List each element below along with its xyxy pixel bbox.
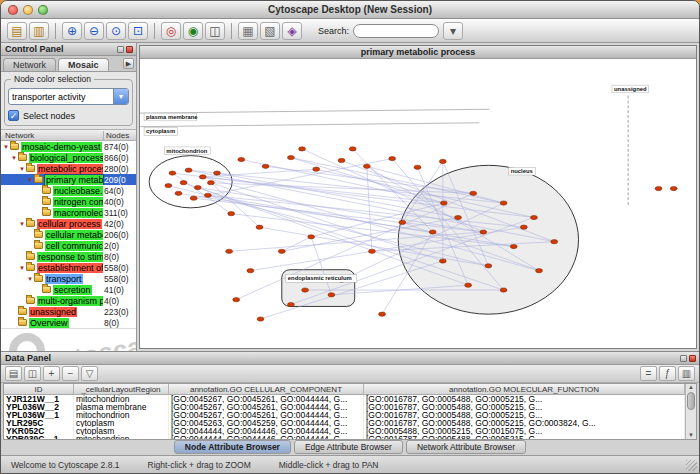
vizmapper-icon[interactable]: ◈: [282, 22, 302, 40]
create-view-icon[interactable]: ◉: [183, 22, 203, 40]
table-cell[interactable]: plasma membrane: [74, 403, 169, 411]
network-node[interactable]: [455, 215, 462, 219]
network-node[interactable]: [226, 249, 233, 253]
network-node[interactable]: [175, 191, 182, 195]
network-node[interactable]: [199, 175, 206, 179]
network-node[interactable]: [439, 159, 446, 163]
zoom-selected-icon[interactable]: ⊙: [106, 22, 126, 40]
network-node[interactable]: [328, 293, 335, 297]
network-node[interactable]: [520, 225, 527, 229]
duplicate-network-icon[interactable]: ◫: [205, 22, 225, 40]
copy-attributes-icon[interactable]: ◫: [24, 366, 41, 381]
tree-item[interactable]: ▼mosaic-demo-yeast874(0): [1, 141, 136, 152]
twisty-icon[interactable]: ▼: [18, 263, 26, 273]
network-node[interactable]: [440, 201, 447, 205]
network-node[interactable]: [349, 147, 356, 151]
table-cell[interactable]: cytoplasm: [74, 427, 169, 435]
destroy-network-icon[interactable]: ◎: [161, 22, 181, 40]
tree-header-nodes[interactable]: Nodes: [103, 131, 136, 140]
network-node[interactable]: [190, 196, 197, 200]
scroll-thumb[interactable]: [687, 392, 695, 410]
network-node[interactable]: [655, 186, 662, 190]
twisty-icon[interactable]: ▼: [2, 142, 10, 152]
tree-item[interactable]: response to stimul...8(0): [1, 251, 136, 262]
layout-icon[interactable]: ▧: [260, 22, 280, 40]
tab-node-attribute-browser[interactable]: Node Attribute Browser: [174, 440, 291, 454]
network-node[interactable]: [480, 230, 487, 234]
table-row[interactable]: YJR121W__1mitochondrion[GO:0045267, GO:0…: [4, 395, 685, 403]
table-cell[interactable]: [GO:0045267, GO:0045261, GO:0044444, G..…: [169, 411, 364, 419]
network-node[interactable]: [500, 288, 507, 292]
network-node[interactable]: [536, 269, 543, 273]
table-row[interactable]: YKR052Ccytoplasm[GO:0044444, GO:0044446,…: [4, 427, 685, 435]
table-row[interactable]: YDR039C__1mitochondrion[GO:0044444, GO:0…: [4, 435, 685, 440]
table-cell[interactable]: [GO:0016787, GO:0005488, GO:0005215, G..…: [364, 411, 685, 419]
network-node[interactable]: [510, 244, 517, 248]
node-color-dropdown[interactable]: transporter activity ▼: [8, 88, 129, 105]
float-panel-icon[interactable]: [117, 46, 124, 53]
network-window-titlebar[interactable]: primary metabolic process: [140, 46, 696, 59]
search-input[interactable]: [353, 24, 439, 38]
tree-item[interactable]: ▼establishment of lo...558(0): [1, 262, 136, 273]
network-node[interactable]: [670, 186, 677, 190]
table-cell[interactable]: mitochondrion: [74, 411, 169, 419]
resize-grip[interactable]: [686, 460, 697, 471]
table-cell[interactable]: YPL036W__2: [4, 403, 74, 411]
import-network-icon[interactable]: ▦: [238, 22, 258, 40]
tree-item[interactable]: multi-organism pro...4(0): [1, 295, 136, 306]
tree-item[interactable]: macromolecule...311(0): [1, 207, 136, 218]
table-cell[interactable]: [GO:0016787, GO:0005488, GO:0005215, GO:…: [364, 419, 685, 427]
save-session-icon[interactable]: ▥: [29, 22, 49, 40]
column-header[interactable]: ID: [4, 384, 74, 394]
tree-header-network[interactable]: Network: [1, 131, 103, 140]
network-node[interactable]: [257, 317, 264, 321]
table-row[interactable]: YLR295Ccytoplasm[GO:0045263, GO:0045259,…: [4, 419, 685, 427]
table-cell[interactable]: YKR052C: [4, 427, 74, 435]
network-node[interactable]: [368, 249, 375, 253]
network-node[interactable]: [429, 230, 436, 234]
twisty-icon[interactable]: ▼: [18, 164, 26, 174]
network-node[interactable]: [389, 156, 396, 160]
network-node[interactable]: [262, 164, 269, 168]
network-node[interactable]: [414, 165, 421, 169]
network-canvas[interactable]: plasma membranecytoplasmmitochondrionnuc…: [140, 59, 696, 348]
tab-scroll-right-icon[interactable]: ▶: [123, 58, 134, 69]
tree-item[interactable]: nucleobase...64(0): [1, 185, 136, 196]
close-data-panel-icon[interactable]: [689, 355, 696, 362]
network-node[interactable]: [500, 201, 507, 205]
column-header[interactable]: _cellularLayoutRegion: [74, 384, 169, 394]
zoom-in-icon[interactable]: ⊕: [62, 22, 82, 40]
twisty-icon[interactable]: ▼: [18, 219, 26, 229]
network-node[interactable]: [485, 264, 492, 268]
tree-item[interactable]: unassigned223(0): [1, 306, 136, 317]
table-cell[interactable]: mitochondrion: [74, 435, 169, 440]
network-node[interactable]: [228, 212, 235, 216]
function-builder-icon[interactable]: ƒ: [659, 366, 676, 381]
table-cell[interactable]: YLR295C: [4, 419, 74, 427]
table-row[interactable]: YPL036W__1mitochondrion[GO:0045267, GO:0…: [4, 411, 685, 419]
network-node[interactable]: [278, 249, 285, 253]
tree-item[interactable]: ▼cellular process42(0): [1, 218, 136, 229]
clear-attribute-icon[interactable]: ▽: [81, 366, 98, 381]
network-node[interactable]: [379, 312, 386, 316]
zoom-out-icon[interactable]: ⊖: [84, 22, 104, 40]
open-session-icon[interactable]: ▤: [7, 22, 27, 40]
network-node[interactable]: [180, 181, 187, 185]
column-header[interactable]: annotation.GO CELLULAR_COMPONENT: [169, 384, 364, 394]
network-node[interactable]: [439, 259, 446, 263]
network-node[interactable]: [165, 183, 172, 187]
network-node[interactable]: [287, 302, 294, 306]
formula-icon[interactable]: =: [640, 366, 657, 381]
table-cell[interactable]: [GO:0016787, GO:0005488, GO:0005215, G..…: [364, 395, 685, 403]
table-row[interactable]: YPL036W__2plasma membrane[GO:0045267, GO…: [4, 403, 685, 411]
network-node[interactable]: [204, 193, 211, 197]
table-cell[interactable]: [GO:0045263, GO:0045259, GO:0044444, G..…: [169, 419, 364, 427]
tree-item[interactable]: ▼transport558(0): [1, 273, 136, 284]
table-cell[interactable]: [GO:0016787, GO:0005488, GO:0005215, G..…: [364, 403, 685, 411]
network-node[interactable]: [233, 298, 240, 302]
network-node[interactable]: [169, 171, 176, 175]
scroll-down-icon[interactable]: ▼: [686, 432, 696, 438]
network-node[interactable]: [399, 220, 406, 224]
print-attributes-icon[interactable]: ▤: [5, 366, 22, 381]
close-panel-icon[interactable]: [126, 46, 133, 53]
